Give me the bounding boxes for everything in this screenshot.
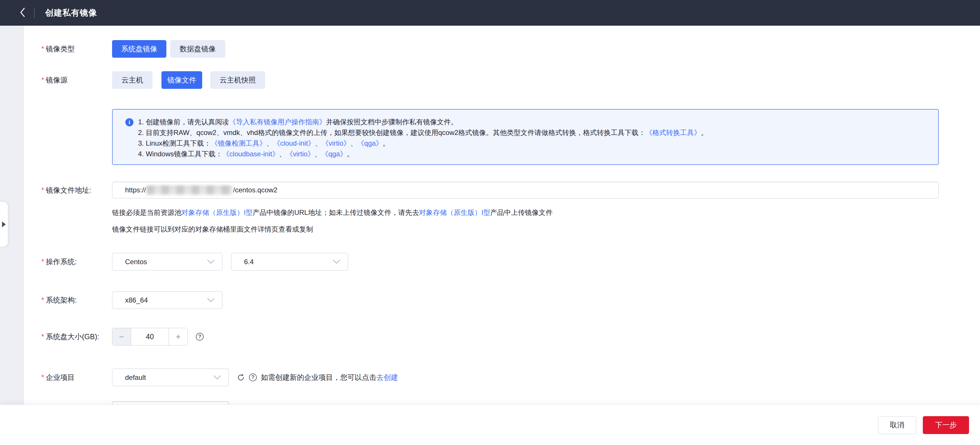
image-type-option-data-disk[interactable]: 数据盘镜像	[170, 40, 225, 58]
row-project: *企业项目 default ? 如需创建新的企业项目，您可以点击去创建	[41, 369, 398, 386]
object-storage-link[interactable]: 对象存储（原生版）I型	[419, 209, 490, 216]
image-url-input[interactable]: https:///centos.qcow2	[112, 182, 939, 198]
url-suffix: /centos.qcow2	[233, 186, 277, 194]
notice-line: 3. Linux检测工具下载：《镜像检测工具》、《cloud-init》、《vi…	[138, 138, 708, 149]
notice-link[interactable]: 《导入私有镜像用户操作指南》	[229, 118, 326, 126]
question-icon[interactable]: ?	[249, 374, 257, 381]
notice-link[interactable]: 《qga》	[321, 150, 347, 158]
required-marker: *	[41, 258, 44, 266]
disk-size-value[interactable]: 40	[131, 328, 169, 345]
create-project-link[interactable]: 去创建	[376, 373, 398, 381]
image-url-help-1: 链接必须是当前资源池对象存储（原生版）I型产品中镜像的URL地址；如未上传过镜像…	[112, 208, 552, 217]
row-image-type: *镜像类型 系统盘镜像 数据盘镜像	[41, 40, 225, 58]
project-note: 如需创建新的企业项目，您可以点击去创建	[261, 373, 398, 382]
plus-button[interactable]: +	[169, 328, 188, 345]
arch-select[interactable]: x86_64	[112, 291, 223, 309]
chevron-down-icon	[213, 374, 221, 382]
back-button[interactable]	[14, 4, 31, 22]
disk-size-stepper: − 40 +	[112, 328, 188, 345]
image-source-option-snapshot[interactable]: 云主机快照	[210, 71, 265, 89]
required-marker: *	[41, 296, 44, 304]
notice-link[interactable]: 《镜像检测工具》	[211, 139, 266, 147]
required-marker: *	[41, 186, 44, 194]
create-private-image-page: 创建私有镜像 *镜像类型 系统盘镜像 数据盘镜像 *镜像源 云主机 镜像文件 云…	[0, 0, 980, 445]
os-version-value: 6.4	[244, 258, 254, 266]
chevron-down-icon	[207, 296, 215, 304]
row-disk-size: *系统盘大小(GB): − 40 + ?	[41, 328, 204, 345]
info-icon: i	[125, 118, 134, 126]
os-version-select[interactable]: 6.4	[231, 253, 348, 271]
expand-arrow-icon	[2, 222, 6, 227]
page-title: 创建私有镜像	[45, 7, 97, 19]
required-marker: *	[41, 373, 44, 381]
next-step-button[interactable]: 下一步	[923, 416, 969, 434]
os-family-value: Centos	[125, 258, 147, 266]
notice-link[interactable]: 《virtio》	[322, 139, 350, 147]
notice-line: 4. Windows镜像工具下载：《cloudbase-init》、《virti…	[138, 149, 708, 159]
required-marker: *	[41, 45, 44, 53]
project-value: default	[125, 374, 146, 382]
row-os: *操作系统: Centos 6.4	[41, 253, 348, 271]
image-source-option-cloud-host[interactable]: 云主机	[112, 71, 153, 89]
footer-bar: 取消 下一步	[0, 405, 980, 445]
form-area: *镜像类型 系统盘镜像 数据盘镜像 *镜像源 云主机 镜像文件 云主机快照 i …	[24, 26, 980, 405]
notice-link[interactable]: 《cloudbase-init》	[223, 150, 279, 158]
minus-button[interactable]: −	[112, 328, 131, 345]
chevron-down-icon	[333, 258, 340, 266]
notice-line: 2. 目前支持RAW、qcow2、vmdk、vhd格式的镜像文件的上传，如果想要…	[138, 127, 708, 138]
required-marker: *	[41, 76, 44, 84]
redacted-url-segment	[146, 185, 232, 195]
row-arch: *系统架构: x86_64	[41, 291, 223, 309]
partial-next-field[interactable]	[112, 401, 229, 405]
os-label: *操作系统:	[41, 257, 112, 266]
question-icon[interactable]: ?	[196, 333, 204, 340]
header-divider	[34, 8, 35, 18]
left-gutter	[0, 26, 24, 405]
required-marker: *	[41, 333, 44, 340]
image-source-label: *镜像源	[41, 75, 112, 85]
disk-size-label: *系统盘大小(GB):	[41, 332, 112, 342]
arch-label: *系统架构:	[41, 295, 112, 305]
sidebar-expand-handle[interactable]	[0, 202, 8, 247]
image-type-option-system-disk[interactable]: 系统盘镜像	[112, 40, 166, 58]
notice-line: 1. 创建镜像前，请先认真阅读《导入私有镜像用户操作指南》并确保按照文档中步骤制…	[138, 117, 708, 127]
image-source-option-image-file[interactable]: 镜像文件	[161, 71, 202, 89]
image-url-label: *镜像文件地址:	[41, 185, 112, 195]
cancel-button[interactable]: 取消	[878, 416, 916, 434]
project-label: *企业项目	[41, 373, 112, 382]
notice-link[interactable]: 《virtio》	[286, 150, 315, 158]
page-header: 创建私有镜像	[0, 0, 980, 26]
notice-link[interactable]: 《格式转换工具》	[646, 128, 701, 136]
refresh-icon[interactable]	[237, 374, 245, 382]
chevron-down-icon	[207, 258, 215, 266]
notice-link[interactable]: 《cloud-init》	[273, 139, 315, 147]
notice-text: 1. 创建镜像前，请先认真阅读《导入私有镜像用户操作指南》并确保按照文档中步骤制…	[138, 117, 708, 165]
chevron-left-icon	[18, 7, 27, 19]
image-type-label: *镜像类型	[41, 44, 112, 54]
object-storage-link[interactable]: 对象存储（原生版）I型	[181, 209, 253, 216]
notice-link[interactable]: 《qga》	[357, 139, 383, 147]
arch-value: x86_64	[125, 296, 148, 304]
image-url-help-2: 镜像文件链接可以到对应的对象存储桶里面文件详情页查看或复制	[112, 225, 313, 234]
row-image-url: *镜像文件地址: https:///centos.qcow2	[41, 182, 939, 198]
os-family-select[interactable]: Centos	[112, 253, 223, 271]
row-image-source: *镜像源 云主机 镜像文件 云主机快照	[41, 71, 265, 89]
project-select[interactable]: default	[112, 369, 229, 386]
url-prefix: https://	[125, 186, 146, 194]
notice-box: i 1. 创建镜像前，请先认真阅读《导入私有镜像用户操作指南》并确保按照文档中步…	[112, 109, 939, 165]
